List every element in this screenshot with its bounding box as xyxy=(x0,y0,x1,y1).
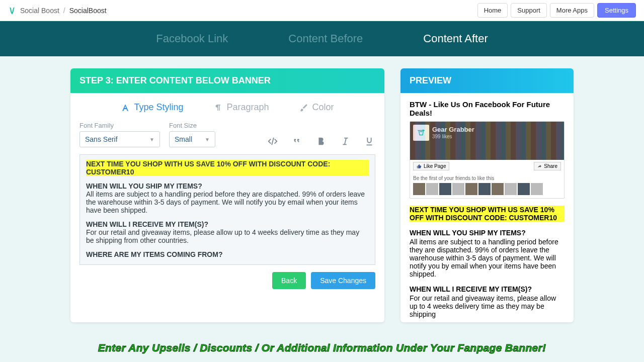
top-actions: Home Support More Apps Settings xyxy=(477,3,636,18)
chevron-down-icon: ▼ xyxy=(149,137,154,142)
friends-text: Be the first of your friends to like thi… xyxy=(413,175,561,181)
brush-icon xyxy=(299,103,308,112)
italic-icon[interactable] xyxy=(339,135,351,147)
editor-q1: WHEN WILL YOU SHIP MY ITEMS? xyxy=(86,182,369,190)
editor-a1: All items are subject to a handling peri… xyxy=(86,190,369,214)
tab-content-before[interactable]: Content Before xyxy=(288,32,363,45)
more-apps-button[interactable]: More Apps xyxy=(550,3,594,18)
paragraph-icon xyxy=(213,103,222,112)
facebook-like-button[interactable]: Like Page xyxy=(413,162,449,170)
subtab-color-label: Color xyxy=(312,102,334,113)
subtab-type-label: Type Styling xyxy=(134,102,183,113)
share-label: Share xyxy=(544,163,557,169)
breadcrumb: Social Boost / SocialBoost xyxy=(8,7,107,15)
font-size-group: Font Size Small ▼ xyxy=(169,122,215,147)
facebook-friends: Be the first of your friends to like thi… xyxy=(410,172,564,198)
facebook-footer: Like Page Share xyxy=(410,160,564,172)
content-editor[interactable]: NEXT TIME YOU SHOP WITH US SAVE 10% OFF … xyxy=(79,154,375,265)
support-button[interactable]: Support xyxy=(511,3,547,18)
font-family-label: Font Family xyxy=(79,122,160,129)
controls-row: Font Family Sans Serif ▼ Font Size Small… xyxy=(79,122,375,147)
preview-title: BTW - Like Us On Facebook For Future Dea… xyxy=(410,100,565,117)
subtab-color[interactable]: Color xyxy=(299,102,334,113)
avatar xyxy=(413,183,425,195)
underline-icon[interactable] xyxy=(363,135,375,147)
editor-q3: WHERE ARE MY ITEMS COMING FROM? xyxy=(86,250,369,258)
chevron-down-icon: ▼ xyxy=(205,137,210,142)
preview-promo: NEXT TIME YOU SHOP WITH US SAVE 10% OFF … xyxy=(410,206,565,222)
avatar xyxy=(478,183,491,195)
like-label: Like Page xyxy=(424,163,446,169)
share-icon xyxy=(537,164,542,168)
subtab-type-styling[interactable]: Type Styling xyxy=(121,102,183,113)
editor-q2: WHEN WILL I RECEIVE MY ITEM(S)? xyxy=(86,220,369,228)
avatar xyxy=(439,183,451,195)
format-tools xyxy=(267,135,375,147)
tab-facebook-link[interactable]: Facebook Link xyxy=(156,32,228,45)
editor-a2: For our retail and giveaway items, pleas… xyxy=(86,228,369,244)
bold-icon[interactable] xyxy=(315,135,327,147)
preview-content: NEXT TIME YOU SHOP WITH US SAVE 10% OFF … xyxy=(410,206,565,318)
avatar xyxy=(426,183,438,195)
preview-q2: WHEN WILL I RECEIVE MY ITEM(S)? xyxy=(410,285,565,293)
avatar xyxy=(531,183,543,195)
breadcrumb-app[interactable]: Social Boost xyxy=(20,7,59,15)
content-area: STEP 3: ENTER CONTENT BELOW BANNER Type … xyxy=(0,56,644,322)
facebook-share-button[interactable]: Share xyxy=(534,162,561,170)
home-button[interactable]: Home xyxy=(477,3,508,18)
preview-header: PREVIEW xyxy=(400,68,574,93)
facebook-cover: Gear Grabber 399 likes xyxy=(410,122,564,160)
tab-bar: Facebook Link Content Before Content Aft… xyxy=(0,21,644,56)
editor-body: Type Styling Paragraph Color Font Family… xyxy=(70,93,384,300)
editor-actions: Back Save Changes xyxy=(79,265,375,291)
avatar xyxy=(505,183,517,195)
back-button[interactable]: Back xyxy=(272,272,306,289)
quote-icon[interactable] xyxy=(291,135,303,147)
editor-card: STEP 3: ENTER CONTENT BELOW BANNER Type … xyxy=(70,68,384,322)
breadcrumb-current: SocialBoost xyxy=(69,7,107,15)
thumbs-up-icon xyxy=(417,164,422,169)
font-size-select[interactable]: Small ▼ xyxy=(169,131,215,147)
preview-body: BTW - Like Us On Facebook For Future Dea… xyxy=(400,93,574,322)
caption-text: Enter Any Upsells / Discounts / Or Addit… xyxy=(0,342,644,354)
font-family-select[interactable]: Sans Serif ▼ xyxy=(79,131,160,147)
breadcrumb-separator: / xyxy=(63,7,65,15)
avatar xyxy=(492,183,504,195)
brand-icon xyxy=(8,7,16,15)
font-family-value: Sans Serif xyxy=(85,135,118,143)
preview-a2: For our retail and giveaway items, pleas… xyxy=(410,294,565,318)
preview-q1: WHEN WILL YOU SHIP MY ITEMS? xyxy=(410,229,565,237)
top-bar: Social Boost / SocialBoost Home Support … xyxy=(0,0,644,21)
tab-content-after[interactable]: Content After xyxy=(423,32,488,45)
avatar xyxy=(518,183,530,195)
editor-header: STEP 3: ENTER CONTENT BELOW BANNER xyxy=(70,68,384,93)
type-icon xyxy=(121,103,130,112)
friends-avatars xyxy=(413,183,561,195)
facebook-likes-count: 399 likes xyxy=(432,134,452,139)
editor-subtabs: Type Styling Paragraph Color xyxy=(79,102,375,113)
code-icon[interactable] xyxy=(267,135,279,147)
settings-button[interactable]: Settings xyxy=(597,3,636,18)
preview-a1: All items are subject to a handling peri… xyxy=(410,238,565,278)
save-changes-button[interactable]: Save Changes xyxy=(311,272,375,289)
subtab-paragraph-label: Paragraph xyxy=(226,102,269,113)
avatar xyxy=(465,183,477,195)
font-family-group: Font Family Sans Serif ▼ xyxy=(79,122,160,147)
facebook-widget: Gear Grabber 399 likes Like Page Share B… xyxy=(410,121,565,199)
preview-card: PREVIEW BTW - Like Us On Facebook For Fu… xyxy=(400,68,574,322)
subtab-paragraph[interactable]: Paragraph xyxy=(213,102,269,113)
font-size-label: Font Size xyxy=(169,122,215,129)
page-logo-icon xyxy=(413,125,429,141)
avatar xyxy=(452,183,464,195)
editor-promo: NEXT TIME YOU SHOP WITH US SAVE 10% OFF … xyxy=(86,160,369,176)
facebook-page-name: Gear Grabber xyxy=(432,126,474,133)
font-size-value: Small xyxy=(175,135,192,143)
